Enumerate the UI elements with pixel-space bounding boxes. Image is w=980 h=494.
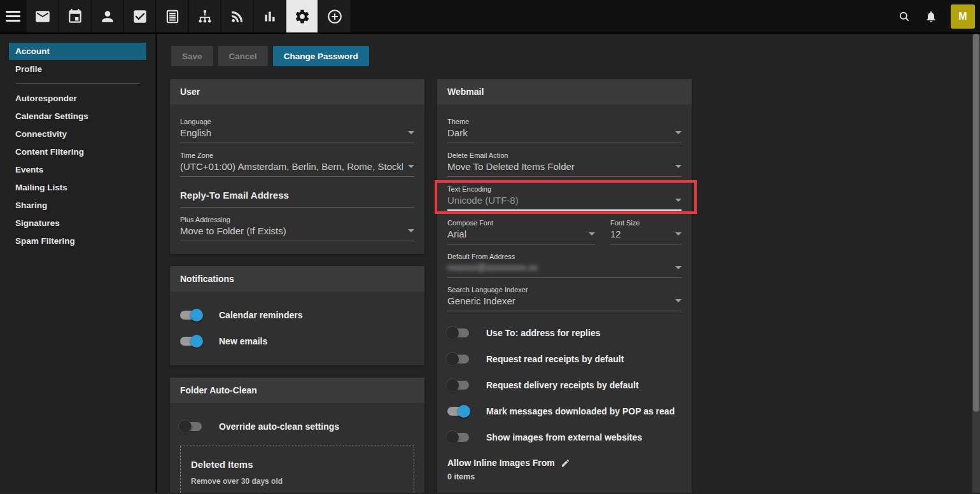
- chevron-down-icon: [675, 199, 682, 202]
- chevron-down-icon: [408, 229, 414, 232]
- sidebar-item-calendar-settings[interactable]: Calendar Settings: [9, 108, 146, 125]
- allow-inline-images-count: 0 items: [447, 472, 682, 481]
- font-size-select[interactable]: 12: [610, 227, 682, 244]
- nav-mail[interactable]: [27, 0, 58, 32]
- plus-addressing-label: Plus Addressing: [180, 216, 414, 223]
- use-to-address-toggle[interactable]: [447, 328, 469, 337]
- reply-to-email-input[interactable]: Reply-To Email Address: [180, 182, 414, 208]
- plus-addressing-select[interactable]: Move to Folder (If Exists): [180, 223, 414, 241]
- autoclean-rule-description: Remove over 30 days old: [191, 477, 403, 486]
- new-emails-toggle[interactable]: [180, 337, 202, 346]
- use-to-address-row: Use To: address for replies: [447, 325, 682, 341]
- topbar-right: M: [897, 0, 980, 32]
- override-autoclean-toggle[interactable]: [180, 422, 202, 431]
- sidebar-item-spam-filtering[interactable]: Spam Filtering: [9, 232, 146, 250]
- folder-autoclean-card: Folder Auto-Clean Override auto-clean se…: [170, 378, 424, 493]
- language-label: Language: [180, 118, 414, 125]
- left-column: User Language English Time Zone: [170, 79, 424, 493]
- nav-tasks[interactable]: [124, 0, 155, 32]
- search-icon[interactable]: [897, 10, 911, 24]
- user-avatar[interactable]: M: [951, 4, 975, 29]
- notifications-bell-icon[interactable]: [924, 10, 938, 24]
- theme-field: Theme Dark: [447, 118, 682, 143]
- language-select[interactable]: English: [180, 125, 414, 143]
- font-row: Compose Font Arial Font Size 12: [447, 219, 682, 244]
- bar-chart-icon: [262, 8, 278, 25]
- chevron-down-icon: [589, 232, 595, 236]
- delete-email-action-select[interactable]: Move To Deleted Items Folder: [447, 159, 682, 177]
- nav-reports[interactable]: [254, 0, 285, 32]
- time-zone-select[interactable]: (UTC+01:00) Amsterdam, Berlin, Bern, Rom…: [180, 159, 414, 177]
- webmail-card-title: Webmail: [437, 79, 692, 104]
- nav-domain-tree[interactable]: [189, 0, 220, 32]
- language-value: English: [180, 127, 403, 138]
- user-card-title: User: [170, 79, 424, 104]
- edit-pencil-icon[interactable]: [561, 458, 570, 468]
- allow-inline-images-row: Allow Inline Images From: [447, 458, 682, 468]
- sidebar-item-account[interactable]: Account: [9, 43, 146, 60]
- settings-sidebar: Account Profile Autoresponder Calendar S…: [0, 34, 157, 493]
- font-size-field: Font Size 12: [610, 219, 682, 244]
- text-encoding-value: Unicode (UTF-8): [447, 195, 670, 206]
- delivery-receipts-row: Request delivery receipts by default: [447, 378, 682, 393]
- time-zone-field: Time Zone (UTC+01:00) Amsterdam, Berlin,…: [180, 152, 414, 177]
- language-field: Language English: [180, 118, 414, 143]
- external-images-toggle[interactable]: [447, 433, 469, 442]
- cancel-button[interactable]: Cancel: [218, 46, 268, 66]
- new-emails-label: New emails: [219, 336, 267, 346]
- nav-calendar[interactable]: [59, 0, 90, 32]
- sidebar-item-autoresponder[interactable]: Autoresponder: [9, 90, 146, 107]
- new-emails-row: New emails: [180, 334, 414, 349]
- allow-inline-images-label: Allow Inline Images From: [447, 458, 555, 468]
- read-receipts-toggle[interactable]: [447, 355, 469, 363]
- search-language-indexer-label: Search Language Indexer: [447, 286, 682, 293]
- save-button[interactable]: Save: [171, 46, 213, 66]
- scrollbar-thumb[interactable]: [973, 34, 979, 412]
- pop-read-toggle[interactable]: [447, 407, 469, 416]
- time-zone-label: Time Zone: [180, 152, 414, 159]
- notifications-card: Notifications Calendar reminders New ema…: [170, 266, 424, 365]
- sidebar-item-sharing[interactable]: Sharing: [9, 197, 146, 214]
- plus-addressing-value: Move to Folder (If Exists): [180, 225, 403, 236]
- calendar-reminders-toggle[interactable]: [180, 311, 202, 320]
- theme-label: Theme: [447, 118, 682, 125]
- delivery-receipts-toggle[interactable]: [447, 381, 469, 390]
- nav-settings[interactable]: [286, 0, 318, 32]
- nav-notes[interactable]: [157, 0, 188, 32]
- text-encoding-select[interactable]: Unicode (UTF-8): [447, 193, 682, 211]
- nav-feeds[interactable]: [221, 0, 253, 32]
- sitemap-icon: [197, 8, 213, 25]
- nav-contacts[interactable]: [92, 0, 123, 32]
- chevron-down-icon: [408, 131, 414, 134]
- change-password-button[interactable]: Change Password: [273, 46, 369, 66]
- sidebar-item-connectivity[interactable]: Connectivity: [9, 125, 146, 143]
- main-layout: Account Profile Autoresponder Calendar S…: [0, 34, 980, 493]
- calendar-icon: [67, 8, 83, 25]
- sidebar-item-mailing-lists[interactable]: Mailing Lists: [9, 179, 146, 196]
- vertical-scrollbar[interactable]: [972, 34, 980, 493]
- theme-select[interactable]: Dark: [447, 125, 682, 143]
- chevron-down-icon: [675, 232, 682, 236]
- delete-email-action-label: Delete Email Action: [447, 152, 682, 159]
- menu-icon[interactable]: [0, 0, 27, 32]
- sidebar-item-signatures[interactable]: Signatures: [9, 215, 146, 232]
- folder-autoclean-card-title: Folder Auto-Clean: [170, 378, 424, 403]
- sidebar-item-profile[interactable]: Profile: [9, 60, 146, 78]
- nav-tiles: [27, 0, 350, 32]
- user-card: User Language English Time Zone: [170, 79, 424, 254]
- plus-circle-icon: [326, 8, 343, 25]
- pop-read-label: Mark messages downloaded by POP as read: [486, 406, 675, 416]
- checkbox-icon: [132, 8, 148, 25]
- gear-icon: [294, 8, 311, 25]
- calendar-reminders-row: Calendar reminders: [180, 307, 414, 323]
- sidebar-item-events[interactable]: Events: [9, 161, 146, 178]
- nav-new-item[interactable]: [319, 0, 350, 32]
- sidebar-item-content-filtering[interactable]: Content Filtering: [9, 143, 146, 160]
- search-language-indexer-value: Generic Indexer: [447, 295, 670, 306]
- text-encoding-field: Text Encoding Unicode (UTF-8): [447, 185, 682, 211]
- default-from-address-select[interactable]: mxxxxx@xxxxxxxxx.xx: [447, 260, 682, 278]
- delete-email-action-field: Delete Email Action Move To Deleted Item…: [447, 152, 682, 177]
- compose-font-select[interactable]: Arial: [447, 227, 595, 244]
- chevron-down-icon: [675, 131, 682, 134]
- search-language-indexer-select[interactable]: Generic Indexer: [447, 293, 682, 311]
